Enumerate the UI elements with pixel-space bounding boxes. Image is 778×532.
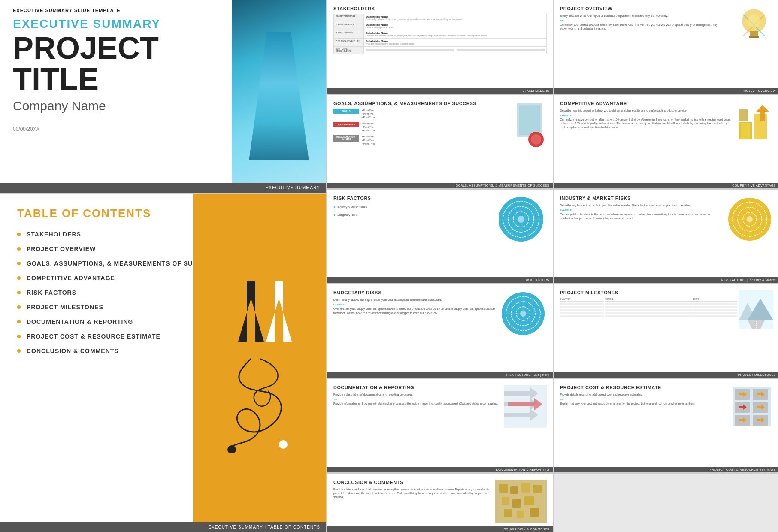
industry-market-footer: RISK FACTORS | Industry & Market: [554, 277, 778, 283]
svg-rect-67: [521, 483, 530, 493]
conclusion-slide: CONCLUSION & COMMENTS Provide a brief co…: [327, 474, 553, 532]
toc-slide: TABLE OF CONTENTS STAKEHOLDERS PROJECT O…: [0, 194, 326, 532]
svg-point-14: [531, 134, 541, 145]
stakeholders-title: STAKEHOLDERS: [333, 6, 547, 11]
toc-bullet: [17, 349, 21, 353]
project-overview-footer: PROJECT OVERVIEW: [554, 88, 778, 94]
competitive-advantage-slide: COMPETITIVE ADVANTAGE Describe how this …: [554, 95, 778, 188]
project-cost-body: Provide details regarding total project …: [560, 393, 727, 396]
svg-rect-17: [739, 109, 748, 121]
table-row: PROJECT MANAGER Stakeholder Name Continu…: [334, 14, 547, 22]
exec-slide-footer: EXECUTIVE SUMMARY: [0, 183, 326, 193]
project-cost-art: [730, 385, 773, 429]
conclusion-title: CONCLUSION & COMMENTS: [333, 480, 492, 485]
goals-slide: GOALS, ASSUMPTIONS, & MEASUREMENTS OF SU…: [327, 95, 553, 188]
risk-item-2: + Budgetary Risks: [333, 213, 495, 217]
label-cell: PROJECT MANAGER: [334, 14, 364, 22]
toc-bullet: [17, 320, 21, 323]
svg-rect-18: [741, 123, 750, 139]
competitive-advantage-title: COMPETITIVE ADVANTAGE: [560, 101, 731, 106]
risk-factors-slide: RISK FACTORS + Industry & Market Risks +…: [327, 190, 553, 283]
project-milestones-slide: PROJECT MILESTONES QUARTER ACTION DATE: [554, 284, 778, 378]
empty-cell: [554, 474, 778, 532]
risk-factors-footer: RISK FACTORS: [327, 277, 553, 283]
toc-orange-panel: [193, 194, 326, 532]
stakeholder-cell: Stakeholder Name Obtains funding for the…: [364, 22, 547, 30]
goals-label: GOALS: [333, 109, 359, 114]
svg-rect-73: [517, 511, 524, 518]
stakeholders-table: PROJECT MANAGER Stakeholder Name Continu…: [333, 14, 547, 54]
milestones-header: QUARTER ACTION DATE: [560, 298, 737, 302]
svg-point-2: [227, 445, 236, 453]
project-overview-title: PROJECT OVERVIEW: [560, 6, 731, 11]
conclusion-footer: CONCLUSION & COMMENTS: [327, 526, 553, 532]
budgetary-risks-title: BUDGETARY RISKS: [333, 290, 496, 295]
table-row: PROJECT OWNER Stakeholder Name Confirms …: [334, 30, 547, 39]
industry-market-risks-slide: INDUSTRY & MARKET RISKS Describe any fac…: [554, 190, 778, 283]
competitive-advantage-footer: COMPETITIVE ADVANTAGE: [554, 183, 778, 188]
svg-rect-65: [499, 484, 508, 493]
exec-slide-content: EXECUTIVE SUMMARY SLIDE TEMPLATE EXECUTI…: [0, 0, 326, 141]
svg-rect-71: [524, 496, 534, 505]
svg-rect-68: [533, 485, 542, 493]
milestones-title: PROJECT MILESTONES: [560, 290, 737, 295]
risk-item-1: + Industry & Market Risks: [333, 205, 495, 209]
stakeholder-cell: Stakeholder Name Provides support during…: [364, 39, 547, 47]
budgetary-example: Over the last year, supply chain disrupt…: [333, 307, 496, 314]
assumptions-label: ASSUMPTIONS: [333, 122, 359, 127]
table-row: ADDITIONAL STAKEHOLDERS: [334, 47, 547, 54]
stakeholders-slide: STAKEHOLDERS PROJECT MANAGER Stakeholder…: [327, 0, 553, 94]
left-column: EXECUTIVE SUMMARY SLIDE TEMPLATE EXECUTI…: [0, 0, 326, 532]
company-name: Company Name: [0, 94, 326, 118]
table-row: FUNDING SPONSOR Stakeholder Name Obtains…: [334, 22, 547, 30]
label-cell: FUNDING SPONSOR: [334, 22, 364, 30]
stakeholders-footer: STAKEHOLDERS: [327, 88, 553, 94]
lightbulb-art: [735, 6, 773, 45]
svg-rect-72: [504, 509, 512, 517]
documentation-art: [504, 385, 547, 429]
project-cost-tip: Explain not only your cost and resource …: [560, 402, 727, 405]
goals-points: • Point One• Point Two• Point Three: [362, 109, 375, 119]
industry-example-label: EXAMPLE: [560, 209, 723, 212]
svg-rect-5: [750, 31, 758, 36]
documentation-footer: DOCUMENTATION & REPORTING: [327, 467, 553, 472]
table-row: PROPOSAL FACILITATOR Stakeholder Name Pr…: [334, 39, 547, 47]
stakeholder-cell: Stakeholder Name Confirms that there is …: [364, 30, 547, 39]
svg-rect-74: [530, 508, 539, 517]
label-cell: PROJECT OWNER: [334, 30, 364, 39]
conclusion-body: Provide a brief conclusion that summariz…: [333, 487, 492, 499]
industry-market-title: INDUSTRY & MARKET RISKS: [560, 196, 723, 201]
competitive-advantage-body: Describe how this project will allow you…: [560, 109, 731, 112]
toc-bullet: [17, 291, 21, 294]
toc-bullet: [17, 233, 21, 236]
goals-footer: GOALS, ASSUMPTIONS, & MEASUREMENTS OF SU…: [327, 183, 553, 188]
project-title: PROJECTTITLE: [0, 33, 326, 94]
industry-market-body: Describe any factors that might impact t…: [560, 203, 723, 207]
budgetary-risks-footer: RISK FACTORS | Budgetary: [327, 372, 553, 378]
toc-slide-footer: EXECUTIVE SUMMARY | TABLE OF CONTENTS: [0, 522, 326, 532]
exec-summary-title: EXECUTIVE SUMMARY: [0, 15, 326, 33]
measurements-points: • Point One• Point Two• Point Three: [362, 135, 375, 145]
industry-example: Current political tensions in the countr…: [560, 212, 723, 220]
project-overview-body: Briefly describe what your report or bus…: [560, 14, 731, 18]
right-grid: STAKEHOLDERS PROJECT MANAGER Stakeholder…: [327, 0, 778, 532]
project-cost-footer: PROJECT COST & RESOURCE ESTIMATE: [554, 467, 778, 472]
project-cost-tip-label: TIP: [560, 398, 727, 401]
tip-label: TIP: [560, 19, 731, 22]
industry-maze-art: [726, 196, 773, 245]
milestones-footer: PROJECT MILESTONES: [554, 372, 778, 378]
conclusion-art: [495, 480, 547, 524]
milestones-art: [739, 290, 773, 330]
page-wrapper: EXECUTIVE SUMMARY SLIDE TEMPLATE EXECUTI…: [0, 0, 778, 532]
stakeholder-cell: [364, 47, 547, 54]
svg-rect-69: [502, 497, 509, 505]
budgetary-risks-body: Describe any factors that might render y…: [333, 298, 496, 302]
toc-bullet: [17, 335, 21, 338]
assumptions-points: • Point One• Point Two• Point Three: [362, 122, 375, 133]
documentation-tip: Provide information on how you will stan…: [333, 402, 500, 405]
example-label: EXAMPLE: [560, 114, 731, 117]
exec-summary-slide: EXECUTIVE SUMMARY SLIDE TEMPLATE EXECUTI…: [0, 0, 326, 193]
stakeholder-cell: Stakeholder Name Continually delivers of…: [364, 14, 547, 22]
goals-item-assumptions: ASSUMPTIONS • Point One• Point Two• Poin…: [333, 122, 509, 133]
svg-point-3: [279, 440, 288, 449]
